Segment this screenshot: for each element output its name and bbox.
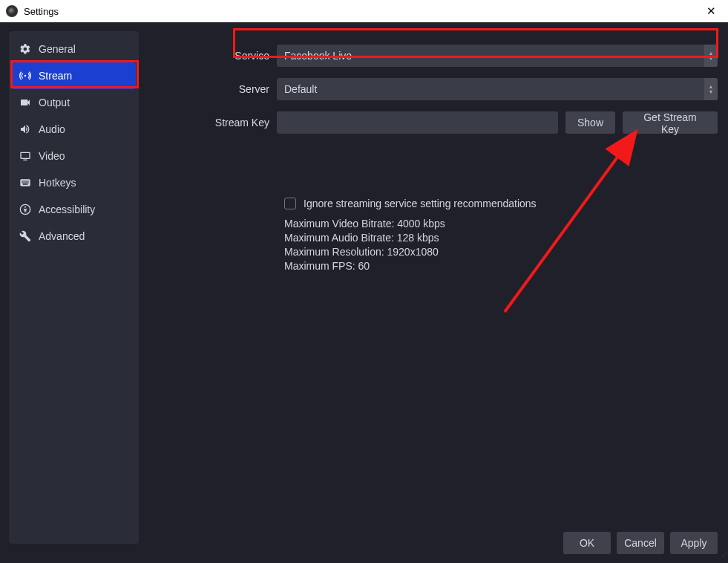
service-label: Service xyxy=(148,50,269,62)
sidebar-item-label: Stream xyxy=(39,70,72,82)
show-button[interactable]: Show xyxy=(565,111,615,134)
streamkey-input[interactable] xyxy=(277,111,558,134)
sidebar-item-output[interactable]: Output xyxy=(12,89,136,116)
sidebar-item-hotkeys[interactable]: Hotkeys xyxy=(12,169,136,196)
antenna-icon xyxy=(19,70,31,82)
sidebar-item-label: Video xyxy=(39,150,65,162)
sidebar-item-label: General xyxy=(39,43,76,55)
close-icon[interactable]: ✕ xyxy=(700,4,722,18)
ok-button[interactable]: OK xyxy=(563,532,611,554)
ignore-recommendations-label: Ignore streaming service setting recomme… xyxy=(304,198,537,209)
server-select[interactable]: Default ▲▼ xyxy=(277,78,718,100)
apply-button[interactable]: Apply xyxy=(670,532,718,554)
monitor-icon xyxy=(19,150,31,162)
resize-grip-icon[interactable]: ⋰ xyxy=(718,553,727,562)
service-value: Facebook Live xyxy=(284,50,352,62)
sidebar-item-label: Advanced xyxy=(39,230,85,242)
service-select[interactable]: Facebook Live ▲▼ xyxy=(277,45,718,67)
sidebar-item-audio[interactable]: Audio xyxy=(12,116,136,143)
streamkey-row: Stream Key Show Get Stream Key xyxy=(148,111,718,134)
dialog-footer: OK Cancel Apply xyxy=(563,532,718,554)
ignore-recommendations-checkbox[interactable] xyxy=(284,198,296,209)
max-audio-bitrate: Maximum Audio Bitrate: 128 kbps xyxy=(284,231,718,245)
content-area: General Stream Output Audio Video xyxy=(0,22,728,563)
sidebar-item-label: Audio xyxy=(39,123,65,135)
service-limits: Maximum Video Bitrate: 4000 kbps Maximum… xyxy=(284,217,718,273)
service-row: Service Facebook Live ▲▼ xyxy=(148,45,718,67)
chevron-updown-icon: ▲▼ xyxy=(704,78,718,100)
speaker-icon xyxy=(19,123,31,135)
svg-rect-0 xyxy=(21,152,30,158)
gear-icon xyxy=(19,43,31,55)
sidebar-item-accessibility[interactable]: Accessibility xyxy=(12,196,136,223)
keyboard-icon xyxy=(19,177,31,189)
server-label: Server xyxy=(148,83,269,95)
cancel-button[interactable]: Cancel xyxy=(617,532,664,554)
sidebar-item-stream[interactable]: Stream xyxy=(12,62,136,89)
sidebar-item-label: Output xyxy=(39,97,70,108)
accessibility-icon xyxy=(19,204,31,215)
ignore-recommendations-row: Ignore streaming service setting recomme… xyxy=(284,198,718,209)
max-fps: Maximum FPS: 60 xyxy=(284,259,718,273)
server-value: Default xyxy=(284,83,317,95)
max-video-bitrate: Maximum Video Bitrate: 4000 kbps xyxy=(284,217,718,231)
chevron-updown-icon: ▲▼ xyxy=(704,45,718,67)
titlebar: Settings ✕ xyxy=(0,0,728,22)
output-icon xyxy=(19,97,31,108)
settings-sidebar: General Stream Output Audio Video xyxy=(9,31,139,544)
sidebar-item-label: Hotkeys xyxy=(39,177,76,189)
sidebar-item-advanced[interactable]: Advanced xyxy=(12,223,136,250)
sidebar-item-general[interactable]: General xyxy=(12,36,136,62)
server-row: Server Default ▲▼ xyxy=(148,78,718,100)
tools-icon xyxy=(19,230,31,242)
obs-logo-icon xyxy=(6,5,18,17)
window-title: Settings xyxy=(24,6,700,17)
streamkey-label: Stream Key xyxy=(148,117,269,128)
sidebar-item-video[interactable]: Video xyxy=(12,143,136,169)
max-resolution: Maximum Resolution: 1920x1080 xyxy=(284,245,718,259)
sidebar-item-label: Accessibility xyxy=(39,204,95,215)
stream-settings-panel: Service Facebook Live ▲▼ Server Default … xyxy=(148,45,718,273)
svg-point-3 xyxy=(24,206,26,208)
get-stream-key-button[interactable]: Get Stream Key xyxy=(623,111,718,134)
